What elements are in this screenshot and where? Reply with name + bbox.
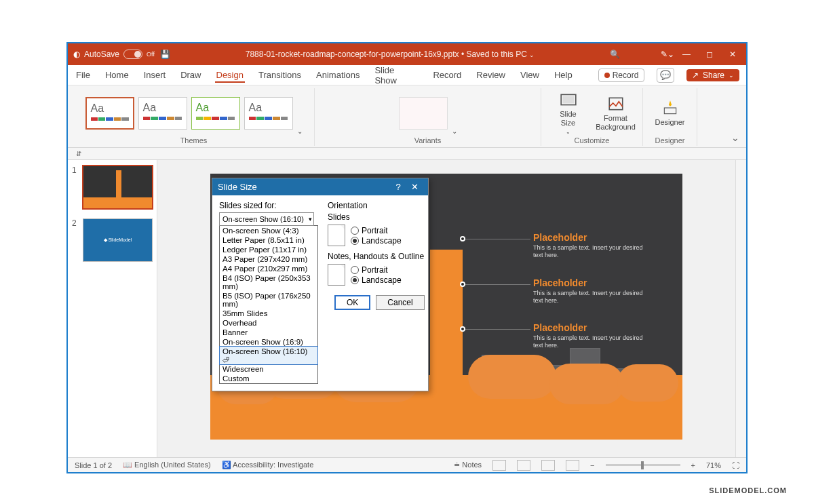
theme-tile[interactable]: Aa	[138, 97, 187, 130]
toggle-icon[interactable]	[123, 50, 142, 59]
dropdown-item[interactable]: Widescreen	[220, 364, 317, 374]
normal-view-icon[interactable]	[492, 460, 506, 471]
dialog-help-icon[interactable]: ?	[390, 182, 406, 192]
search-icon[interactable]: 🔍	[610, 50, 620, 59]
tab-design[interactable]: Design	[215, 67, 245, 83]
slide-size-button[interactable]: Slide Size⌄	[547, 91, 590, 134]
placeholder-text: This is a sample text. Insert your desir…	[533, 334, 647, 350]
tab-animations[interactable]: Animations	[315, 67, 361, 83]
ok-button[interactable]: OK	[334, 295, 370, 310]
quick-expand-icon[interactable]: ⇵	[76, 150, 81, 157]
notes-orientation-label: Notes, Handouts & Outline	[328, 252, 431, 261]
variants-more-icon[interactable]: ⌄	[452, 128, 457, 135]
dropdown-item[interactable]: 35mm Slides	[220, 309, 317, 318]
autosave-toggle[interactable]: AutoSave Off	[84, 50, 155, 59]
maximize-button[interactable]: ◻	[704, 50, 715, 59]
tab-help[interactable]: Help	[553, 67, 574, 83]
dropdown-item[interactable]: On-screen Show (16:10) ⮰	[220, 347, 317, 364]
theme-tile[interactable]: Aa	[191, 97, 240, 130]
thumbnail-preview	[83, 166, 153, 209]
placeholder-text: This is a sample text. Insert your desir…	[533, 244, 647, 260]
tab-file[interactable]: File	[75, 67, 92, 83]
ribbon-collapse-icon[interactable]: ⌄	[731, 132, 739, 143]
cancel-button[interactable]: Cancel	[376, 295, 424, 310]
connector-dot	[460, 236, 465, 241]
sized-for-label: Slides sized for:	[219, 201, 318, 210]
thumbnail-slide-1[interactable]: 1	[72, 166, 153, 209]
theme-tile[interactable]: Aa	[85, 97, 134, 130]
slides-orientation-label: Slides	[328, 212, 431, 222]
thumbnail-preview: ◆ SlideModel	[83, 218, 153, 262]
zoom-slider[interactable]	[606, 464, 680, 466]
dropdown-item[interactable]: Banner	[220, 328, 317, 337]
connector-line	[463, 329, 530, 330]
tab-view[interactable]: View	[519, 67, 541, 83]
themes-more-icon[interactable]: ⌄	[297, 128, 303, 135]
fit-to-window-icon[interactable]: ⛶	[732, 461, 739, 469]
tab-insert[interactable]: Insert	[142, 67, 168, 83]
radio-slides-landscape[interactable]: Landscape	[351, 236, 402, 246]
autosave-state: Off	[147, 51, 155, 58]
pen-icon[interactable]: ✎⌄	[661, 50, 674, 59]
minimize-button[interactable]: —	[681, 50, 692, 59]
theme-tile[interactable]: Aa	[244, 97, 293, 130]
dropdown-item[interactable]: A3 Paper (297x420 mm)	[220, 254, 317, 264]
dropdown-item[interactable]: On-screen Show (16:9)	[220, 337, 317, 347]
reading-view-icon[interactable]	[541, 460, 555, 471]
placeholder-right-1[interactable]: Placeholder This is a sample text. Inser…	[533, 232, 647, 260]
tab-home[interactable]: Home	[104, 67, 130, 83]
record-button[interactable]: Record	[598, 69, 645, 82]
ribbon-group-label: Designer	[655, 135, 684, 146]
accessibility-status[interactable]: ♿ Accessibility: Investigate	[222, 461, 314, 469]
radio-slides-portrait[interactable]: Portrait	[351, 226, 402, 235]
tab-transitions[interactable]: Transitions	[257, 67, 303, 83]
tab-review[interactable]: Review	[475, 67, 507, 83]
zoom-value[interactable]: 71%	[706, 461, 721, 469]
thumbnail-slide-2[interactable]: 2 ◆ SlideModel	[72, 218, 153, 262]
dialog-titlebar[interactable]: Slide Size ? ✕	[212, 178, 428, 195]
app-icon: ◐	[73, 50, 80, 59]
slide-editor[interactable]: ext. Insert ext here. Placeholder This i…	[157, 160, 735, 457]
vertical-scrollbar[interactable]	[735, 160, 746, 457]
notes-button[interactable]: ≐ Notes	[454, 461, 482, 469]
format-background-icon	[607, 95, 625, 113]
save-icon[interactable]: 💾	[160, 50, 170, 59]
tab-record[interactable]: Record	[431, 67, 463, 83]
ribbon-body: Aa Aa Aa Aa ⌄ Themes ⌄ Variants Slide Si…	[68, 85, 746, 148]
language-status[interactable]: 📖 English (United States)	[123, 461, 211, 469]
dropdown-item[interactable]: Overhead	[220, 318, 317, 328]
comments-button[interactable]: 💬	[657, 68, 674, 83]
tab-draw[interactable]: Draw	[179, 67, 202, 83]
chevron-down-icon: ▾	[309, 216, 312, 222]
close-button[interactable]: ✕	[727, 50, 738, 59]
sized-for-combobox[interactable]: On-screen Show (16:10) ▾	[219, 212, 314, 226]
slideshow-view-icon[interactable]	[566, 460, 579, 471]
sorter-view-icon[interactable]	[517, 460, 530, 471]
radio-notes-landscape[interactable]: Landscape	[351, 275, 402, 285]
designer-button[interactable]: Designer	[648, 99, 692, 127]
dropdown-item[interactable]: On-screen Show (4:3)	[220, 226, 317, 235]
tab-slideshow[interactable]: Slide Show	[373, 62, 419, 88]
powerpoint-window: ◐ AutoSave Off 💾 7888-01-rocket-roadmap-…	[66, 42, 748, 473]
zoom-in-icon[interactable]: +	[691, 461, 695, 469]
share-button[interactable]: ↗ Share ⌄	[686, 69, 739, 81]
slide-counter[interactable]: Slide 1 of 2	[75, 461, 112, 469]
placeholder-right-2[interactable]: Placeholder This is a sample text. Inser…	[533, 277, 647, 305]
document-title[interactable]: 7888-01-rocket-roadmap-concept-for-power…	[170, 50, 610, 59]
dropdown-item[interactable]: A4 Paper (210x297 mm)	[220, 264, 317, 273]
sized-for-dropdown: On-screen Show (4:3) Letter Paper (8.5x1…	[219, 225, 318, 384]
format-background-button[interactable]: Format Background	[594, 95, 638, 131]
dialog-close-icon[interactable]: ✕	[406, 182, 423, 192]
dropdown-item[interactable]: B4 (ISO) Paper (250x353 mm)	[220, 273, 317, 291]
radio-notes-portrait[interactable]: Portrait	[351, 265, 402, 275]
dropdown-item[interactable]: Letter Paper (8.5x11 in)	[220, 235, 317, 245]
quick-access-bar: ⇵	[68, 148, 746, 160]
dropdown-item[interactable]: Ledger Paper (11x17 in)	[220, 245, 317, 254]
dropdown-item[interactable]: B5 (ISO) Paper (176x250 mm)	[220, 291, 317, 309]
slide-canvas[interactable]: ext. Insert ext here. Placeholder This i…	[210, 174, 682, 440]
variant-tile[interactable]	[399, 97, 448, 130]
dropdown-item[interactable]: Custom	[220, 374, 317, 383]
zoom-out-icon[interactable]: −	[590, 461, 594, 469]
placeholder-right-3[interactable]: Placeholder This is a sample text. Inser…	[533, 322, 647, 350]
combobox-value: On-screen Show (16:10)	[222, 215, 304, 223]
